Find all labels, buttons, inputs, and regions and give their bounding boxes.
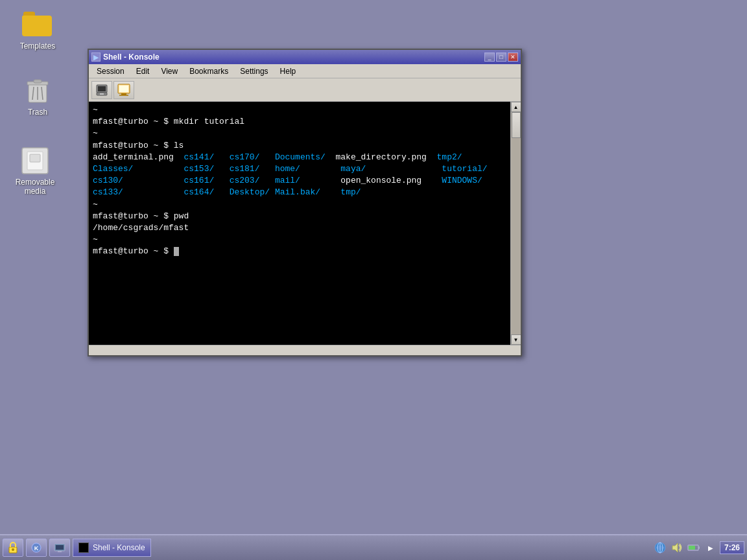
svg-rect-23	[58, 551, 62, 552]
removable-label: Removable media	[16, 178, 55, 196]
svg-text:K: K	[34, 545, 39, 552]
folder-icon	[22, 9, 53, 40]
taskbar: K Shell - Konsole	[0, 534, 747, 560]
taskbar-win-icon	[78, 542, 89, 553]
svg-rect-12	[100, 93, 104, 95]
menu-session[interactable]: Session	[91, 65, 130, 77]
maximize-button[interactable]: □	[496, 52, 506, 62]
taskbar-desktop-button[interactable]	[49, 539, 70, 557]
desktop-icon-removable[interactable]: Removable media	[9, 143, 61, 198]
svg-point-18	[12, 548, 14, 551]
tray-battery-icon[interactable]	[686, 540, 702, 555]
taskbar-konsole-button[interactable]: Shell - Konsole	[73, 539, 151, 557]
tray-arrow-right[interactable]: ▶	[703, 540, 718, 555]
menu-settings[interactable]: Settings	[235, 65, 273, 77]
menu-help[interactable]: Help	[275, 65, 302, 77]
menu-bar: Session Edit View Bookmarks Settings Hel…	[89, 64, 521, 78]
toolbar-btn-1[interactable]	[91, 81, 112, 99]
toolbar-btn-2[interactable]	[113, 81, 134, 99]
konsole-statusbar	[89, 345, 521, 355]
taskbar-tray: ▶ 7:26	[652, 535, 744, 560]
close-button[interactable]: ✕	[508, 52, 518, 62]
svg-marker-27	[672, 543, 678, 552]
taskbar-window-label: Shell - Konsole	[93, 543, 145, 552]
svg-rect-22	[56, 545, 64, 550]
menu-bookmarks[interactable]: Bookmarks	[184, 65, 233, 77]
minimize-button[interactable]: _	[484, 52, 495, 62]
trash-label: Trash	[28, 108, 47, 117]
scroll-down-button[interactable]: ▼	[511, 334, 521, 345]
scroll-up-button[interactable]: ▲	[511, 102, 521, 112]
templates-label: Templates	[20, 41, 56, 51]
menu-view[interactable]: View	[156, 65, 183, 77]
scrollbar[interactable]: ▲ ▼	[510, 102, 521, 345]
svg-rect-8	[30, 154, 40, 162]
desktop: Templates Trash	[0, 0, 747, 534]
tray-sound-icon[interactable]	[669, 540, 685, 555]
svg-rect-30	[689, 546, 695, 550]
scroll-track[interactable]	[511, 112, 521, 334]
window-title: Shell - Konsole	[103, 52, 483, 62]
svg-rect-2	[34, 80, 42, 83]
svg-rect-29	[698, 546, 700, 549]
title-bar: ▶ Shell - Konsole _ □ ✕	[89, 50, 521, 64]
title-bar-icon: ▶	[91, 52, 101, 62]
konsole-window: ▶ Shell - Konsole _ □ ✕ Session Edit Vie…	[88, 49, 522, 356]
trash-icon	[22, 75, 53, 106]
taskbar-clock: 7:26	[720, 541, 744, 554]
removable-media-icon	[19, 145, 51, 176]
scroll-thumb[interactable]	[512, 112, 521, 138]
terminal-output[interactable]: ~ mfast@turbo ~ $ mkdir tutorial ~ mfast…	[89, 102, 510, 345]
toolbar	[89, 78, 521, 102]
svg-rect-11	[98, 86, 106, 91]
tray-network-icon[interactable]	[652, 540, 668, 555]
taskbar-start-button[interactable]: K	[26, 539, 47, 557]
terminal-container[interactable]: ~ mfast@turbo ~ $ mkdir tutorial ~ mfast…	[89, 102, 521, 345]
svg-rect-14	[119, 86, 128, 92]
desktop-icon-trash[interactable]: Trash	[12, 73, 64, 119]
taskbar-lock-button[interactable]	[3, 539, 23, 557]
desktop-icon-templates[interactable]: Templates	[12, 6, 64, 53]
menu-edit[interactable]: Edit	[131, 65, 155, 77]
